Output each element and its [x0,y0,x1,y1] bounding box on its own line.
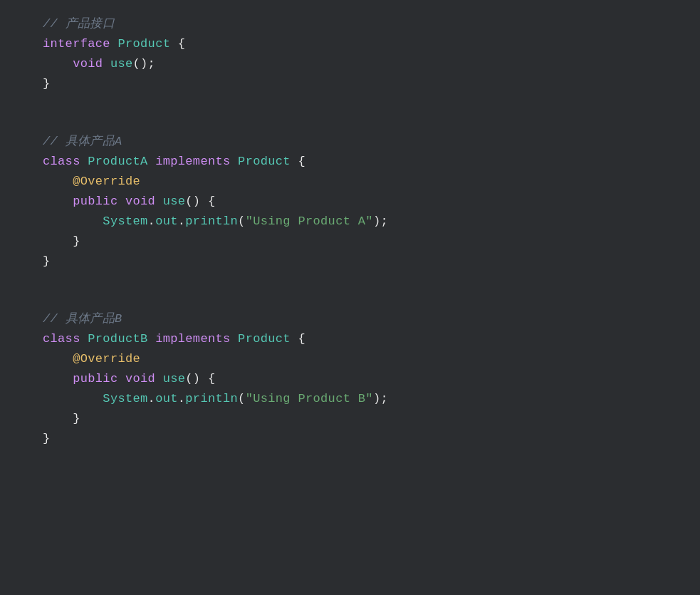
kw-void-token: void [73,57,110,71]
brace-token: } [43,77,51,90]
class-name-token: Product [117,37,170,51]
plain-token: . [148,214,156,228]
system-word-token: System [103,392,147,405]
brace-token: } [73,412,80,425]
empty-line [43,271,700,290]
code-line: @Override [43,349,700,369]
method-name-token: use [110,57,133,71]
method-name-token: use [163,372,186,386]
plain-token [43,372,73,386]
code-editor: // 产品接口interface Product { void use();}/… [0,0,700,595]
class-name-token: ProductA [88,155,147,168]
empty-line [43,113,700,132]
string-token: "Using Product A" [246,214,373,228]
plain-token: ( [238,214,246,228]
kw-public-token: public [73,195,125,208]
code-line: @Override [43,172,700,192]
annotation-token: @Override [73,352,140,366]
code-line: public void use() { [43,192,700,212]
comment-text: // 产品接口 [43,17,115,31]
code-line: } [43,409,700,429]
plain-token [43,214,103,228]
system-word-token: out [155,214,178,228]
println-word-token: println [185,392,238,405]
annotation-token: @Override [73,175,140,188]
brace-token: } [73,234,80,248]
code-block: // 产品接口interface Product { void use();}/… [43,14,700,449]
plain-token: { [291,332,305,346]
class-name-token: Product [238,332,291,346]
system-word-token: System [103,214,147,228]
method-name-token: use [163,195,186,208]
string-token: "Using Product B" [246,392,373,405]
code-line: class ProductA implements Product { [43,152,700,172]
code-line: } [43,232,700,252]
plain-token: { [170,37,185,51]
kw-void-token: void [125,372,163,386]
code-line: } [43,252,700,271]
code-line: System.out.println("Using Product B"); [43,389,700,409]
plain-token: { [291,155,305,168]
class-name-token: ProductB [88,332,147,346]
brace-token: } [43,254,51,268]
comment-line: // 产品接口 [43,14,700,34]
kw-void-token: void [125,195,163,208]
code-line: class ProductB implements Product { [43,329,700,349]
kw-implements-token: implements [148,155,239,168]
plain-token [43,352,73,366]
plain-token: . [178,392,186,405]
plain-token: () { [185,195,215,208]
brace-token: } [43,432,51,445]
kw-public-token: public [73,372,125,386]
code-line: } [43,74,700,94]
plain-token [43,392,103,405]
system-word-token: out [155,392,178,405]
plain-token [43,57,73,71]
comment-line: // 具体产品B [43,309,700,329]
code-line: } [43,429,700,449]
plain-token [43,175,73,188]
code-line: System.out.println("Using Product A"); [43,212,700,232]
kw-implements-token: implements [148,332,239,346]
comment-text: // 具体产品A [43,135,122,148]
class-name-token: Product [238,155,291,168]
plain-token: () { [185,372,215,386]
plain-token [43,195,73,208]
code-line: public void use() { [43,369,700,389]
empty-line [43,291,700,309]
plain-token: . [178,214,186,228]
empty-line [43,94,700,113]
println-word-token: println [185,214,238,228]
plain-token: (); [133,57,156,71]
code-line: void use(); [43,54,700,74]
kw-class-token: class [43,155,88,168]
plain-token [43,412,73,425]
code-line: interface Product { [43,34,700,54]
plain-token: . [148,392,156,405]
plain-token [43,234,73,248]
kw-class-token: class [43,332,88,346]
comment-text: // 具体产品B [43,312,122,326]
plain-token: ( [238,392,246,405]
plain-token: ); [373,392,388,405]
kw-interface-token: interface [43,37,117,51]
comment-line: // 具体产品A [43,132,700,152]
plain-token: ); [373,214,388,228]
